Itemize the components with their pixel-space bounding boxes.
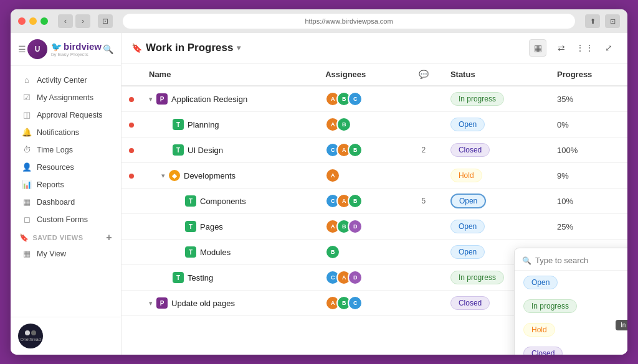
sidebar-item-custom-forms[interactable]: ◻ Custom Forms — [13, 211, 118, 228]
traffic-lights — [18, 17, 48, 25]
assignments-icon: ☑ — [22, 93, 32, 102]
minimize-window-button[interactable] — [29, 17, 37, 25]
sidebar-label-time-logs: Time Logs — [37, 146, 73, 154]
task-type-badge: T — [173, 272, 184, 283]
task-name-text: Update old pages — [171, 299, 235, 308]
task-type-badge: T — [185, 221, 196, 232]
assignees-cell: ABC — [318, 291, 404, 316]
sidebar-label-approval-requests: Approval Requests — [37, 111, 103, 119]
share-button[interactable]: ⬆ — [585, 14, 600, 28]
approval-icon: ◫ — [22, 110, 32, 119]
status-badge[interactable]: Open — [450, 220, 485, 233]
sidebar-menu-icons: ☰ — [18, 44, 26, 54]
assignees-cell: CAB — [318, 138, 404, 163]
status-badge[interactable]: In progress — [450, 92, 504, 106]
assignees-cell: A — [318, 163, 404, 189]
status-col-header: Status — [443, 63, 550, 86]
sidebar-item-my-view[interactable]: ▦ My View — [13, 245, 118, 262]
status-badge[interactable]: Open — [450, 194, 486, 208]
task-name-text: Application Redesign — [171, 95, 247, 104]
hamburger-menu-icon[interactable]: ☰ — [18, 44, 26, 54]
view-kanban-button[interactable]: ⋮⋮ — [576, 39, 594, 57]
expand-arrow-icon[interactable]: ▾ — [149, 95, 153, 103]
add-saved-view-button[interactable]: + — [106, 232, 112, 243]
avatar: A — [325, 168, 340, 183]
task-name-text: Pages — [200, 222, 223, 231]
sidebar-item-approval-requests[interactable]: ◫ Approval Requests — [13, 106, 118, 123]
maximize-window-button[interactable] — [40, 17, 48, 25]
tab-button[interactable]: ⊡ — [98, 14, 113, 28]
avatar: B — [325, 245, 340, 259]
status-badge[interactable]: Hold — [450, 169, 482, 182]
comment-col-header: 💬 — [404, 63, 443, 86]
assignees-cell: ABC — [318, 86, 404, 112]
sidebar-item-activity-center[interactable]: ⌂ Activity Center — [13, 72, 118, 88]
inprogress-status-badge: In progress — [523, 299, 577, 313]
back-button[interactable]: ‹ — [58, 14, 73, 28]
bookmark-icon: 🔖 — [19, 233, 29, 242]
status-badge[interactable]: Closed — [450, 296, 490, 310]
sidebar-label-notifications: Notifications — [37, 128, 79, 137]
view-grid-button[interactable]: ▦ — [529, 39, 546, 57]
saved-views-label: Saved Views — [33, 234, 83, 241]
status-cell[interactable]: Hold — [443, 163, 550, 189]
status-cell[interactable]: Open — [443, 112, 550, 138]
birdview-brand: 🐦 birdview by Easy Projects — [51, 41, 102, 57]
dropdown-option-open[interactable]: Open — [515, 271, 627, 294]
status-cell[interactable]: In progress — [443, 86, 550, 112]
assignees-cell: ABD — [318, 214, 404, 240]
sidebar-item-resources[interactable]: 👤 Resources — [13, 159, 118, 175]
view-expand-button[interactable]: ⤢ — [600, 39, 617, 57]
status-cell[interactable]: Open — [443, 189, 550, 214]
sidebar-item-notifications[interactable]: 🔔 Notifications — [13, 124, 118, 141]
title-bookmark-icon: 🔖 — [131, 43, 142, 53]
status-cell[interactable]: Open — [443, 214, 550, 240]
view-list-button[interactable]: ⇄ — [553, 39, 570, 57]
bookmark-button[interactable]: ⊡ — [605, 14, 620, 28]
search-icon[interactable]: 🔍 — [103, 44, 113, 54]
task-name-cell: TUI Design — [141, 138, 318, 163]
table-row: TPagesABDOpen25% — [121, 214, 627, 240]
sidebar-item-my-assignments[interactable]: ☑ My Assignments — [13, 89, 118, 106]
sidebar-label-activity-center: Activity Center — [37, 76, 87, 85]
close-window-button[interactable] — [18, 17, 26, 25]
search-icon: 🔍 — [522, 256, 531, 265]
task-type-badge: T — [173, 119, 184, 130]
status-badge[interactable]: Open — [450, 245, 485, 259]
comment-cell — [404, 291, 443, 316]
sidebar-item-dashboard[interactable]: ▦ Dashboard — [13, 194, 118, 210]
dropdown-option-closed[interactable]: Closed — [515, 342, 627, 355]
task-name-text: Modules — [200, 248, 231, 257]
forward-button[interactable]: › — [75, 14, 90, 28]
status-dropdown[interactable]: 🔍 Open In progress In progress Hold Cl — [514, 248, 627, 355]
custom-forms-icon: ◻ — [22, 215, 32, 224]
task-name-text: UI Design — [188, 146, 223, 155]
sidebar-item-reports[interactable]: 📊 Reports — [13, 176, 118, 193]
status-badge[interactable]: Open — [450, 118, 485, 131]
status-search-input[interactable] — [535, 256, 627, 265]
task-type-badge: ◆ — [169, 170, 180, 181]
task-name-cell: ▾PUpdate old pages — [141, 291, 318, 316]
status-badge[interactable]: Closed — [450, 143, 490, 157]
dropdown-option-hold[interactable]: Hold — [515, 318, 627, 342]
task-name-cell: TModules — [141, 240, 318, 265]
expand-arrow-icon[interactable]: ▾ — [161, 172, 165, 180]
address-bar[interactable]: https://www.birdviewpsa.com — [123, 14, 575, 29]
dropdown-option-inprogress[interactable]: In progress In progress — [515, 294, 627, 318]
task-name-text: Planning — [188, 120, 219, 129]
sidebar-logo: U 🐦 birdview by Easy Projects — [27, 39, 102, 59]
assignees-cell: AB — [318, 112, 404, 138]
saved-views-section: 🔖 Saved Views + — [11, 228, 121, 245]
row-indicator — [121, 291, 141, 316]
status-cell[interactable]: Closed — [443, 138, 550, 163]
sidebar: ☰ U 🐦 birdview by Easy Projects 🔍 — [11, 33, 121, 355]
task-name-cell: ▾PApplication Redesign — [141, 86, 318, 112]
sidebar-item-time-logs[interactable]: ⏱ Time Logs — [13, 141, 118, 158]
avatar: B — [348, 194, 363, 208]
status-badge[interactable]: In progress — [450, 271, 504, 284]
expand-arrow-icon[interactable]: ▾ — [149, 299, 153, 307]
task-name-cell: TTesting — [141, 265, 318, 291]
table-row: ▾◆DevelopmentsAHold9% — [121, 163, 627, 189]
priority-dot — [129, 97, 134, 102]
task-type-badge: P — [156, 93, 168, 105]
